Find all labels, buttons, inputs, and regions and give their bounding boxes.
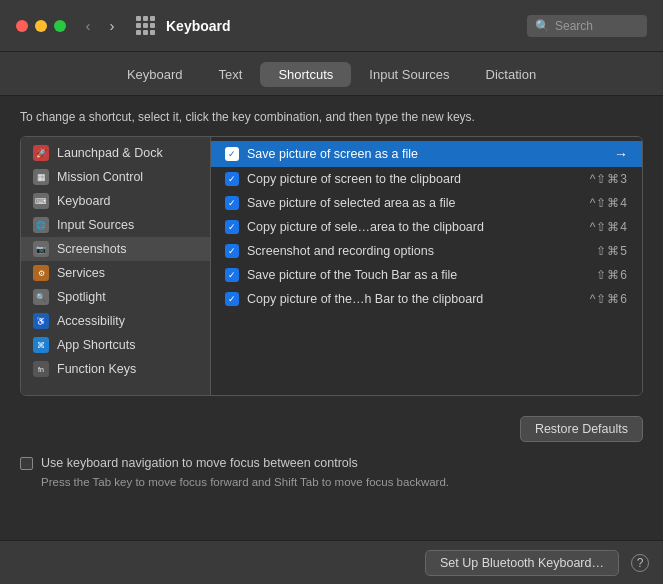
tab-keyboard[interactable]: Keyboard bbox=[109, 62, 201, 87]
shortcut-row-save-selected-area[interactable]: ✓ Save picture of selected area as a fil… bbox=[211, 191, 642, 215]
mission-control-icon: ▦ bbox=[33, 169, 49, 185]
forward-button[interactable]: › bbox=[102, 16, 122, 36]
check-icon: ✓ bbox=[225, 292, 239, 306]
shortcut-label: Copy picture of sele…area to the clipboa… bbox=[247, 220, 582, 234]
left-item-label: Function Keys bbox=[57, 362, 136, 376]
bottom-toolbar: Set Up Bluetooth Keyboard… ? bbox=[0, 540, 663, 584]
left-item-spotlight[interactable]: 🔍 Spotlight bbox=[21, 285, 210, 309]
navigation-checkbox-label: Use keyboard navigation to move focus be… bbox=[41, 456, 358, 470]
left-item-label: Accessibility bbox=[57, 314, 125, 328]
tab-text[interactable]: Text bbox=[201, 62, 261, 87]
restore-row: Restore Defaults bbox=[0, 406, 663, 442]
tab-shortcuts[interactable]: Shortcuts bbox=[260, 62, 351, 87]
shortcut-keys: ^⇧⌘6 bbox=[590, 292, 628, 306]
bottom-section: Use keyboard navigation to move focus be… bbox=[0, 442, 663, 488]
shortcut-keys: ^⇧⌘3 bbox=[590, 172, 628, 186]
shortcut-keys: ^⇧⌘4 bbox=[590, 196, 628, 210]
shortcut-keys: ^⇧⌘4 bbox=[590, 220, 628, 234]
navigation-checkbox-row: Use keyboard navigation to move focus be… bbox=[20, 456, 643, 470]
left-item-label: Input Sources bbox=[57, 218, 134, 232]
help-button[interactable]: ? bbox=[631, 554, 649, 572]
hint-text: Press the Tab key to move focus forward … bbox=[41, 476, 643, 488]
left-item-label: Mission Control bbox=[57, 170, 143, 184]
left-item-input-sources[interactable]: 🌐 Input Sources bbox=[21, 213, 210, 237]
setup-bluetooth-button[interactable]: Set Up Bluetooth Keyboard… bbox=[425, 550, 619, 576]
check-icon: ✓ bbox=[225, 147, 239, 161]
check-icon: ✓ bbox=[225, 220, 239, 234]
shortcut-label: Save picture of the Touch Bar as a file bbox=[247, 268, 588, 282]
check-icon: ✓ bbox=[225, 172, 239, 186]
shortcut-label: Save picture of screen as a file bbox=[247, 147, 606, 161]
content-area: To change a shortcut, select it, click t… bbox=[0, 96, 663, 406]
apps-grid-icon[interactable] bbox=[136, 16, 156, 36]
check-icon: ✓ bbox=[225, 244, 239, 258]
app-shortcuts-icon: ⌘ bbox=[33, 337, 49, 353]
titlebar: ‹ › Keyboard 🔍 Search bbox=[0, 0, 663, 52]
left-item-screenshots[interactable]: 📷 Screenshots bbox=[21, 237, 210, 261]
instruction-text: To change a shortcut, select it, click t… bbox=[20, 110, 643, 124]
check-icon: ✓ bbox=[225, 268, 239, 282]
input-sources-icon: 🌐 bbox=[33, 217, 49, 233]
check-icon: ✓ bbox=[225, 196, 239, 210]
shortcut-row-save-touch-bar[interactable]: ✓ Save picture of the Touch Bar as a fil… bbox=[211, 263, 642, 287]
minimize-button[interactable] bbox=[35, 20, 47, 32]
left-item-label: Screenshots bbox=[57, 242, 126, 256]
shortcut-keys: ⇧⌘5 bbox=[596, 244, 628, 258]
left-item-label: Launchpad & Dock bbox=[57, 146, 163, 160]
search-placeholder: Search bbox=[555, 19, 593, 33]
shortcut-row-copy-selected-area[interactable]: ✓ Copy picture of sele…area to the clipb… bbox=[211, 215, 642, 239]
panels-container: 🚀 Launchpad & Dock ▦ Mission Control ⌨ K… bbox=[20, 136, 643, 396]
left-item-label: Keyboard bbox=[57, 194, 111, 208]
tabbar: Keyboard Text Shortcuts Input Sources Di… bbox=[0, 52, 663, 96]
back-button[interactable]: ‹ bbox=[78, 16, 98, 36]
shortcut-row-copy-touch-bar[interactable]: ✓ Copy picture of the…h Bar to the clipb… bbox=[211, 287, 642, 311]
tab-input-sources[interactable]: Input Sources bbox=[351, 62, 467, 87]
window-title: Keyboard bbox=[166, 18, 527, 34]
maximize-button[interactable] bbox=[54, 20, 66, 32]
spotlight-icon: 🔍 bbox=[33, 289, 49, 305]
shortcut-row-copy-picture-clipboard[interactable]: ✓ Copy picture of screen to the clipboar… bbox=[211, 167, 642, 191]
services-icon: ⚙ bbox=[33, 265, 49, 281]
restore-defaults-button[interactable]: Restore Defaults bbox=[520, 416, 643, 442]
shortcut-label: Screenshot and recording options bbox=[247, 244, 588, 258]
search-box[interactable]: 🔍 Search bbox=[527, 15, 647, 37]
navigation-checkbox[interactable] bbox=[20, 457, 33, 470]
shortcut-keys: ⇧⌘6 bbox=[596, 268, 628, 282]
screenshots-icon: 📷 bbox=[33, 241, 49, 257]
search-icon: 🔍 bbox=[535, 19, 550, 33]
shortcut-label: Save picture of selected area as a file bbox=[247, 196, 582, 210]
left-item-label: Services bbox=[57, 266, 105, 280]
launchpad-icon: 🚀 bbox=[33, 145, 49, 161]
left-item-services[interactable]: ⚙ Services bbox=[21, 261, 210, 285]
left-item-mission-control[interactable]: ▦ Mission Control bbox=[21, 165, 210, 189]
traffic-lights bbox=[16, 20, 66, 32]
shortcut-label: Copy picture of screen to the clipboard bbox=[247, 172, 582, 186]
shortcut-label: Copy picture of the…h Bar to the clipboa… bbox=[247, 292, 582, 306]
left-item-keyboard[interactable]: ⌨ Keyboard bbox=[21, 189, 210, 213]
left-item-launchpad[interactable]: 🚀 Launchpad & Dock bbox=[21, 141, 210, 165]
left-item-label: Spotlight bbox=[57, 290, 106, 304]
shortcut-row-recording-options[interactable]: ✓ Screenshot and recording options ⇧⌘5 bbox=[211, 239, 642, 263]
left-panel: 🚀 Launchpad & Dock ▦ Mission Control ⌨ K… bbox=[21, 137, 211, 395]
shortcut-keys: → bbox=[614, 146, 628, 162]
left-item-function-keys[interactable]: fn Function Keys bbox=[21, 357, 210, 381]
tab-dictation[interactable]: Dictation bbox=[468, 62, 555, 87]
left-item-accessibility[interactable]: ♿ Accessibility bbox=[21, 309, 210, 333]
keyboard-icon: ⌨ bbox=[33, 193, 49, 209]
left-item-app-shortcuts[interactable]: ⌘ App Shortcuts bbox=[21, 333, 210, 357]
shortcut-row-save-picture-file[interactable]: ✓ Save picture of screen as a file → bbox=[211, 141, 642, 167]
function-keys-icon: fn bbox=[33, 361, 49, 377]
left-item-label: App Shortcuts bbox=[57, 338, 136, 352]
nav-buttons: ‹ › bbox=[78, 16, 122, 36]
close-button[interactable] bbox=[16, 20, 28, 32]
accessibility-icon: ♿ bbox=[33, 313, 49, 329]
right-panel: ✓ Save picture of screen as a file → ✓ C… bbox=[211, 137, 642, 395]
